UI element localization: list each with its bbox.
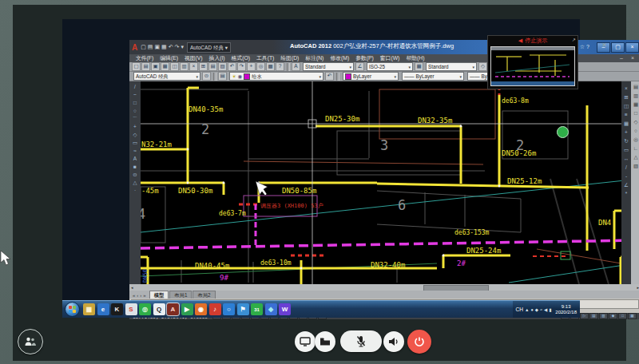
copy-icon[interactable]: ⊞ [624,95,628,100]
menu-item-4[interactable]: 格式(O) [232,54,250,62]
start-button[interactable] [65,302,80,317]
restore-button[interactable]: ▢ [611,42,625,53]
menu-item-10[interactable]: 窗口(W) [380,54,400,62]
volume-icon[interactable]: ◀ [544,307,547,312]
menu-item-5[interactable]: 工具(T) [256,54,274,62]
text-style-dropdown[interactable]: Standard▾ [303,62,354,71]
plot-icon[interactable]: ▦ [161,62,169,71]
layout-tab-0[interactable]: 模型 [149,291,169,299]
tab-nav-icon[interactable]: › [140,293,141,298]
annovis-icon[interactable]: ◆ [609,313,617,319]
speaker-button[interactable] [383,331,404,352]
new-icon[interactable]: ▢ [132,62,141,71]
trim-icon[interactable]: / [625,165,627,170]
screen-share-button[interactable] [295,331,316,352]
up-arrow-icon[interactable]: ▲ [525,307,529,312]
participants-button[interactable] [18,329,43,354]
expand-icon[interactable]: ↗ [572,37,576,42]
antivirus-icon[interactable]: ● [530,307,533,312]
mirror-icon[interactable]: ◫ [624,104,629,109]
save-icon[interactable]: ▣ [154,44,160,50]
polygon-icon[interactable]: ◇ [133,133,137,137]
fillet-icon[interactable]: ∠ [624,183,629,188]
chat-icon[interactable]: ◆ [535,307,538,312]
move-icon[interactable]: + [625,130,628,135]
undo-icon[interactable]: ↶ [169,44,173,50]
group-icon[interactable]: ▥ [633,93,638,98]
draworder-icon[interactable]: ▤ [633,85,638,89]
hatch-icon[interactable]: ■ [133,164,137,169]
stop-share-button[interactable]: ◀ 停止演示 [488,36,577,46]
circle-icon[interactable]: ○ [133,109,137,113]
plot-icon[interactable]: ▦ [161,44,167,50]
paste-icon[interactable]: ▤ [208,62,217,71]
tab-nav-icon[interactable]: » [143,293,145,298]
open-icon[interactable]: ▤ [141,62,150,71]
table-style-icon[interactable]: ▦ [415,62,423,71]
menu-item-8[interactable]: 修改(M) [330,54,349,62]
open-icon[interactable]: ▤ [148,44,153,50]
redo-icon[interactable]: ↷ [237,62,246,71]
dim-style-dropdown[interactable]: ISO-25▾ [367,62,413,71]
region-icon[interactable]: ▭ [133,140,137,145]
close-button[interactable]: × [625,42,639,53]
stretch-icon[interactable]: ↔ [624,156,629,161]
safe360-icon[interactable]: ◎ [139,303,151,315]
fox-browser-icon[interactable]: ◉ [195,303,207,315]
gradient-icon[interactable]: △ [133,180,137,185]
workspace-switch-icon[interactable]: □ [618,313,627,319]
menu-item-2[interactable]: 视图(V) [185,54,203,62]
menu-item-9[interactable]: 参数(P) [355,54,374,62]
window-share-button[interactable] [315,331,335,352]
drawing-canvas[interactable]: DN40-35mN32-21mDN25-30mDN32-35mde63-8mDN… [141,81,621,284]
menu-item-11[interactable]: 帮助(H) [406,54,424,62]
insert-icon[interactable]: ○ [634,129,637,133]
node-icon[interactable]: · [134,188,136,193]
extend-icon[interactable]: - [625,174,627,179]
text-icon[interactable]: A [133,156,137,161]
spline-icon[interactable]: ~ [133,93,137,97]
text-style-icon[interactable]: A [292,62,300,71]
rotate-icon[interactable]: ↻ [624,139,628,144]
horizontal-scrollbar[interactable]: ◂ ▸ [129,284,639,291]
menu-item-6[interactable]: 绘图(D) [280,54,299,62]
menu-item-3[interactable]: 插入(I) [209,54,225,62]
scale-icon[interactable]: ▭ [624,148,629,152]
sogou-icon[interactable]: S [125,303,137,315]
share-preview-window[interactable]: ◀ 停止演示 ↗ [487,35,578,89]
workspace-settings-icon[interactable]: ⊙ [202,72,211,81]
music-icon[interactable]: ♪ [209,303,221,315]
cut-icon[interactable]: × [189,62,198,71]
array-icon[interactable]: ▦ [624,121,629,126]
properties-icon[interactable]: ▩ [266,62,275,71]
color-dropdown[interactable]: ByLayer▾ [343,72,399,81]
ucs-icon[interactable]: ∟ [633,146,638,151]
measure-icon[interactable]: ▦ [633,102,638,107]
erase-icon[interactable]: × [625,86,628,91]
osnap-icon[interactable]: ◎ [633,137,638,142]
chevron-down-icon[interactable]: ▾ [181,44,184,50]
block-icon[interactable]: ◇ [634,120,638,125]
menu-item-0[interactable]: 文件(F) [136,54,153,62]
revcloud-icon[interactable]: ≈ [133,148,137,153]
network-icon[interactable]: ≈ [540,307,542,312]
table-icon[interactable]: □ [634,111,637,116]
donut-icon[interactable]: ⊙ [133,172,137,177]
ie-icon[interactable]: e [97,303,109,315]
new-icon[interactable]: ▢ [141,44,146,50]
preview-icon[interactable]: ◫ [170,62,179,71]
autocad-icon[interactable]: A [167,303,179,315]
matchprops-icon[interactable]: ▨ [218,62,227,71]
tab-nav-icon[interactable]: « [133,293,135,298]
save-icon[interactable]: ▣ [151,62,160,71]
pan-icon[interactable]: + [247,62,256,71]
mleader-style-icon[interactable]: ◇ [478,62,487,71]
linetype-dropdown[interactable]: —— ByLayer▾ [402,72,464,81]
drawing-window-buttons[interactable]: – × [620,55,637,61]
table-style-dropdown[interactable]: Standard▾ [426,62,477,71]
help-icon[interactable]: ? [586,44,589,49]
star-icon[interactable]: ☆ [580,44,585,50]
close-icon[interactable]: ✕ [601,42,607,49]
menu-item-7[interactable]: 标注(N) [305,54,323,62]
blue-browser-icon[interactable]: ○ [223,303,235,315]
